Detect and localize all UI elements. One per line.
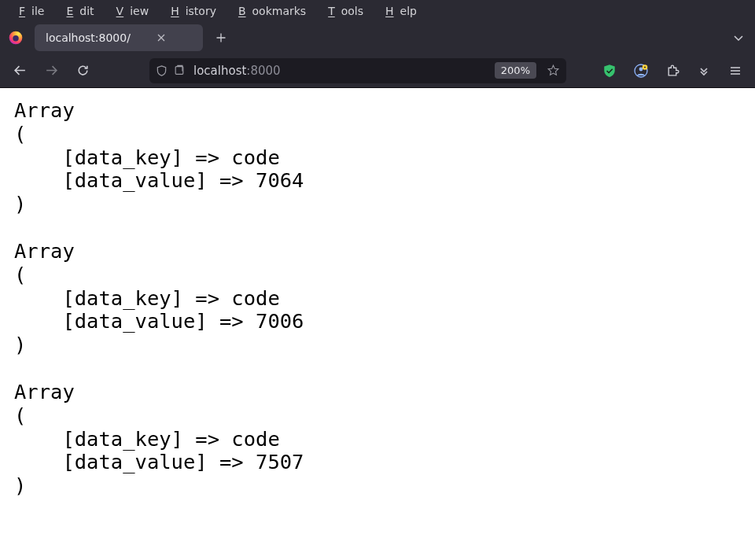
- svg-point-4: [639, 67, 643, 71]
- tab-title: localhost:8000/: [46, 31, 131, 44]
- firefox-icon: [5, 27, 27, 49]
- bookmark-star-icon[interactable]: [543, 64, 564, 77]
- menu-file[interactable]: File: [6, 3, 50, 19]
- menu-bar: File Edit View History Bookmarks Tools H…: [0, 0, 755, 22]
- menu-edit[interactable]: Edit: [53, 3, 100, 19]
- extensions-icon[interactable]: [661, 59, 684, 83]
- tab-bar: localhost:8000/: [0, 22, 755, 53]
- url-bar[interactable]: localhost:8000 200%: [149, 58, 566, 83]
- menu-help[interactable]: Help: [373, 3, 423, 19]
- new-tab-button[interactable]: [209, 26, 233, 50]
- tab[interactable]: localhost:8000/: [35, 24, 203, 51]
- overflow-icon[interactable]: [692, 59, 716, 83]
- printr-output: Array ( [data_key] => code [data_value] …: [0, 88, 755, 509]
- protection-shield-icon[interactable]: [598, 59, 621, 83]
- page-content: Array ( [data_key] => code [data_value] …: [0, 88, 755, 560]
- menu-tools[interactable]: Tools: [315, 3, 370, 19]
- reload-button[interactable]: [71, 59, 94, 83]
- page-info-icon[interactable]: [174, 64, 185, 76]
- zoom-badge[interactable]: 200%: [495, 62, 536, 79]
- menu-history[interactable]: History: [158, 3, 223, 19]
- toolbar: localhost:8000 200%: [0, 53, 755, 88]
- hamburger-menu-icon[interactable]: [724, 59, 747, 83]
- account-icon[interactable]: [629, 59, 653, 83]
- menu-view[interactable]: View: [104, 3, 156, 19]
- forward-button[interactable]: [39, 59, 63, 83]
- url-text: localhost:8000: [191, 64, 488, 78]
- svg-point-1: [13, 35, 19, 42]
- tabs-dropdown-icon[interactable]: [727, 26, 750, 50]
- shield-icon[interactable]: [156, 64, 168, 77]
- back-button[interactable]: [8, 59, 31, 83]
- tab-close-icon[interactable]: [154, 31, 168, 45]
- menu-bookmarks[interactable]: Bookmarks: [226, 3, 312, 19]
- svg-rect-2: [175, 67, 183, 75]
